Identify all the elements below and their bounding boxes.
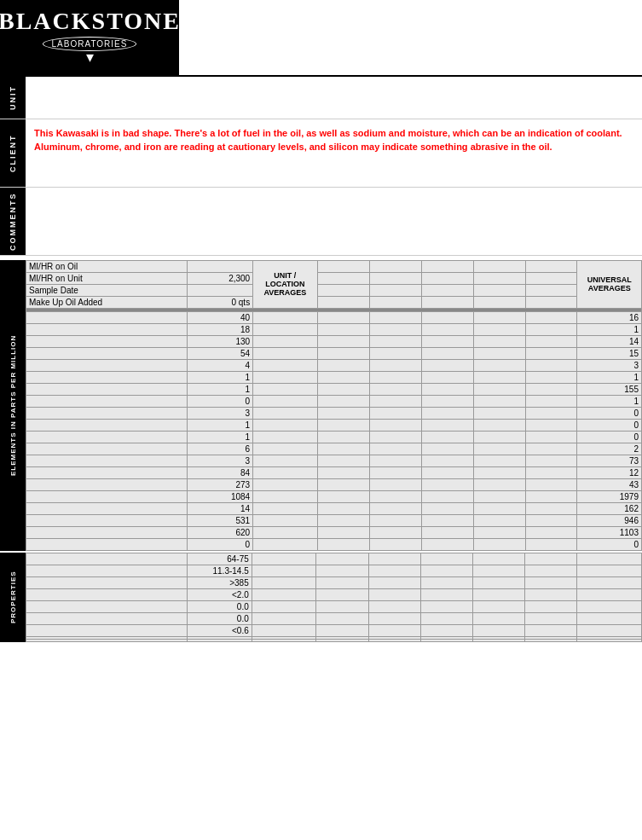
element-universal-17: 946 — [577, 514, 642, 526]
element-universal-1: 1 — [577, 323, 642, 335]
element-value-1: 18 — [187, 323, 253, 335]
element-universal-16: 162 — [577, 502, 642, 514]
client-section: CLIENT This Kawasaki is in bad shape. Th… — [0, 119, 642, 188]
element-row-17: 531 946 — [26, 514, 642, 526]
info-row-1: MI/HR on Unit 2,300 — [26, 272, 642, 284]
property-value-8 — [188, 639, 252, 641]
element-value-4: 4 — [187, 359, 253, 371]
element-value-11: 6 — [187, 443, 253, 455]
element-row-14: 273 43 — [26, 478, 642, 490]
element-row-1: 18 1 — [26, 323, 642, 335]
element-value-2: 130 — [187, 335, 253, 347]
element-universal-6: 155 — [577, 383, 642, 395]
element-value-19: 0 — [187, 538, 253, 550]
element-row-13: 84 12 — [26, 466, 642, 478]
info-row-0: MI/HR on Oil UNIT /LOCATIONAVERAGES UNIV… — [26, 260, 642, 272]
element-universal-15: 1979 — [577, 490, 642, 502]
element-row-6: 1 155 — [26, 383, 642, 395]
element-value-10: 1 — [187, 431, 253, 443]
property-row-4: 0.0 — [26, 600, 642, 612]
elements-label: ELEMENTS IN PARTS PER MILLION — [0, 260, 26, 551]
element-value-16: 14 — [187, 502, 253, 514]
element-row-11: 6 2 — [26, 443, 642, 455]
logo: BLACKSTONE LABORATORIES ▾ — [0, 0, 179, 75]
element-row-2: 130 14 — [26, 335, 642, 347]
element-universal-8: 0 — [577, 407, 642, 419]
element-row-5: 1 1 — [26, 371, 642, 383]
element-value-5: 1 — [187, 371, 253, 383]
property-row-0: 64-75 — [26, 553, 642, 565]
logo-dot: ▾ — [0, 49, 181, 67]
element-universal-13: 12 — [577, 466, 642, 478]
element-universal-0: 16 — [577, 311, 642, 323]
property-value-3: <2.0 — [188, 588, 252, 600]
element-universal-3: 15 — [577, 347, 642, 359]
element-value-7: 0 — [187, 395, 253, 407]
universal-avg-header: UNIVERSALAVERAGES — [577, 260, 642, 308]
element-universal-14: 43 — [577, 478, 642, 490]
element-universal-18: 1103 — [577, 526, 642, 538]
property-row-8 — [26, 639, 642, 641]
info-label-1: MI/HR on Unit — [26, 272, 188, 284]
element-row-4: 4 3 — [26, 359, 642, 371]
info-value-0 — [187, 260, 253, 272]
property-value-1: 11.3-14.5 — [188, 565, 252, 576]
client-comment-text: This Kawasaki is in bad shape. There's a… — [34, 126, 633, 154]
elements-table: MI/HR on Oil UNIT /LOCATIONAVERAGES UNIV… — [26, 260, 642, 551]
element-row-7: 0 1 — [26, 395, 642, 407]
info-value-2 — [187, 284, 253, 296]
element-universal-11: 2 — [577, 443, 642, 455]
element-universal-4: 3 — [577, 359, 642, 371]
property-value-5: 0.0 — [188, 612, 252, 624]
properties-table: 64-75 11.3-14.5 — [26, 553, 642, 642]
property-row-2: >385 — [26, 576, 642, 588]
property-value-0: 64-75 — [188, 553, 252, 565]
info-value-1: 2,300 — [187, 272, 253, 284]
properties-table-wrap: 64-75 11.3-14.5 — [26, 553, 642, 642]
element-row-9: 1 0 — [26, 419, 642, 431]
element-row-18: 620 1103 — [26, 526, 642, 538]
unit-avg-header: UNIT /LOCATIONAVERAGES — [253, 260, 317, 308]
property-row-6: <0.6 — [26, 624, 642, 636]
info-row-3: Make Up Oil Added 0 qts — [26, 296, 642, 308]
unit-label: UNIT — [0, 77, 26, 119]
comments-section: COMMENTS — [0, 188, 642, 256]
element-universal-12: 73 — [577, 455, 642, 466]
header-info — [179, 0, 642, 75]
info-value-3: 0 qts — [187, 296, 253, 308]
element-row-10: 1 0 — [26, 431, 642, 443]
element-row-16: 14 162 — [26, 502, 642, 514]
element-universal-2: 14 — [577, 335, 642, 347]
element-value-0: 40 — [187, 311, 253, 323]
comments-label: COMMENTS — [0, 188, 26, 255]
elements-area: ELEMENTS IN PARTS PER MILLION MI/HR on O… — [0, 260, 642, 551]
element-row-8: 3 0 — [26, 407, 642, 419]
unit-section: UNIT — [0, 77, 642, 119]
property-value-4: 0.0 — [188, 600, 252, 612]
element-value-9: 1 — [187, 419, 253, 431]
property-value-2: >385 — [188, 576, 252, 588]
info-label-3: Make Up Oil Added — [26, 296, 188, 308]
element-universal-5: 1 — [577, 371, 642, 383]
property-value-6: <0.6 — [188, 624, 252, 636]
logo-blackstone: BLACKSTONE — [0, 9, 181, 35]
element-universal-7: 1 — [577, 395, 642, 407]
element-row-12: 3 73 — [26, 455, 642, 466]
property-row-3: <2.0 — [26, 588, 642, 600]
client-content: This Kawasaki is in bad shape. There's a… — [26, 119, 642, 187]
element-value-14: 273 — [187, 478, 253, 490]
element-value-3: 54 — [187, 347, 253, 359]
element-universal-10: 0 — [577, 431, 642, 443]
info-label-0: MI/HR on Oil — [26, 260, 188, 272]
elements-table-wrap: MI/HR on Oil UNIT /LOCATIONAVERAGES UNIV… — [26, 260, 642, 551]
element-universal-19: 0 — [577, 538, 642, 550]
element-value-8: 3 — [187, 407, 253, 419]
client-label: CLIENT — [0, 119, 26, 187]
comments-content — [26, 188, 642, 255]
properties-area: PROPERTIES 64-75 — [0, 553, 642, 642]
info-label-2: Sample Date — [26, 284, 188, 296]
property-row-1: 11.3-14.5 — [26, 565, 642, 576]
element-universal-9: 0 — [577, 419, 642, 431]
info-row-2: Sample Date — [26, 284, 642, 296]
element-value-6: 1 — [187, 383, 253, 395]
